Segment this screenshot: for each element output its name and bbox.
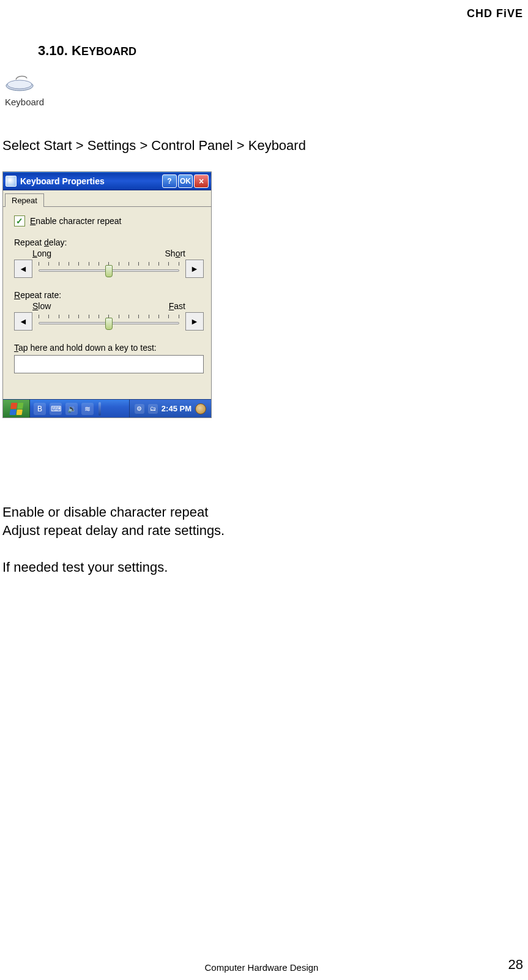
enable-repeat-label: Enable character repeat	[30, 216, 121, 226]
bluetooth-icon[interactable]: B	[34, 403, 46, 415]
rate-slider[interactable]	[36, 312, 182, 331]
titlebar[interactable]: Keyboard Properties ? OK ×	[3, 172, 211, 190]
svg-point-1	[7, 80, 32, 89]
delay-long-label: Long	[32, 249, 51, 258]
section-number: 3.10.	[38, 43, 68, 58]
show-desktop-button[interactable]	[195, 403, 206, 414]
keyboard-icon-label: Keyboard	[5, 97, 44, 107]
keyboard-icon-block: Keyboard	[5, 73, 44, 107]
page-number: 28	[508, 957, 523, 973]
help-button[interactable]: ?	[162, 174, 177, 188]
volume-icon[interactable]: 🔉	[65, 403, 78, 415]
footer-center: Computer Hardware Design	[205, 962, 319, 973]
tab-panel: ✓ Enable character repeat Repeat delay: …	[3, 206, 211, 399]
close-button[interactable]: ×	[194, 174, 209, 188]
dialog-title: Keyboard Properties	[20, 176, 105, 186]
test-label: Tap here and hold down a key to test:	[14, 343, 204, 353]
section-title-prefix: K	[72, 43, 81, 58]
clock-text: 2:45 PM	[162, 404, 191, 413]
rate-decrease-button[interactable]: ◄	[14, 312, 32, 331]
repeat-rate-group: Repeat rate: Slow Fast ◄ ►	[14, 290, 204, 331]
taskbar-separator	[99, 402, 101, 416]
body-line-1: Enable or disable character repeat	[2, 503, 208, 522]
tab-strip: Repeat	[3, 190, 211, 206]
brand-header: CHD FiVE	[467, 7, 523, 20]
windows-logo-icon	[9, 403, 23, 415]
delay-increase-button[interactable]: ►	[185, 260, 204, 278]
delay-slider[interactable]	[36, 260, 182, 278]
test-input[interactable]	[14, 355, 204, 373]
system-tray[interactable]: ⚙ 🗂 2:45 PM	[129, 400, 211, 417]
taskbar: B ⌨ 🔉 ≋ ⚙ 🗂 2:45 PM	[3, 399, 211, 417]
delay-slider-thumb[interactable]	[105, 265, 113, 277]
body-line-3: If needed test your settings.	[2, 558, 168, 577]
network-icon[interactable]: ≋	[81, 403, 94, 415]
repeat-rate-title: Repeat rate:	[14, 290, 204, 300]
start-button[interactable]	[3, 400, 30, 417]
keyboard-icon	[5, 73, 34, 92]
rate-increase-button[interactable]: ►	[185, 312, 204, 331]
enable-repeat-checkbox[interactable]: ✓	[14, 215, 25, 226]
repeat-delay-title: Repeat delay:	[14, 238, 204, 247]
delay-decrease-button[interactable]: ◄	[14, 260, 32, 278]
rate-slow-label: Slow	[32, 301, 51, 311]
ok-button[interactable]: OK	[178, 174, 193, 188]
repeat-delay-group: Repeat delay: Long Short ◄ ►	[14, 238, 204, 278]
keyboard-properties-dialog: Keyboard Properties ? OK × Repeat ✓ Enab…	[2, 171, 212, 418]
tray-icon-1[interactable]: ⚙	[135, 404, 144, 414]
breadcrumb-text: Select Start > Settings > Control Panel …	[2, 138, 306, 154]
check-icon: ✓	[16, 217, 23, 225]
enable-repeat-row[interactable]: ✓ Enable character repeat	[14, 215, 204, 226]
tray-icon-2[interactable]: 🗂	[148, 404, 158, 414]
delay-short-label: Short	[165, 249, 185, 258]
section-title-rest: EYBOARD	[81, 45, 136, 58]
rate-slider-thumb[interactable]	[105, 318, 113, 330]
body-line-2: Adjust repeat delay and rate settings.	[2, 522, 225, 540]
rate-fast-label: Fast	[169, 301, 185, 311]
titlebar-app-icon	[6, 176, 17, 187]
section-heading: 3.10. KEYBOARD	[38, 43, 136, 59]
tab-repeat[interactable]: Repeat	[5, 193, 44, 207]
keyboard-tray-icon[interactable]: ⌨	[50, 403, 62, 415]
page-footer: Computer Hardware Design 28	[0, 957, 523, 973]
